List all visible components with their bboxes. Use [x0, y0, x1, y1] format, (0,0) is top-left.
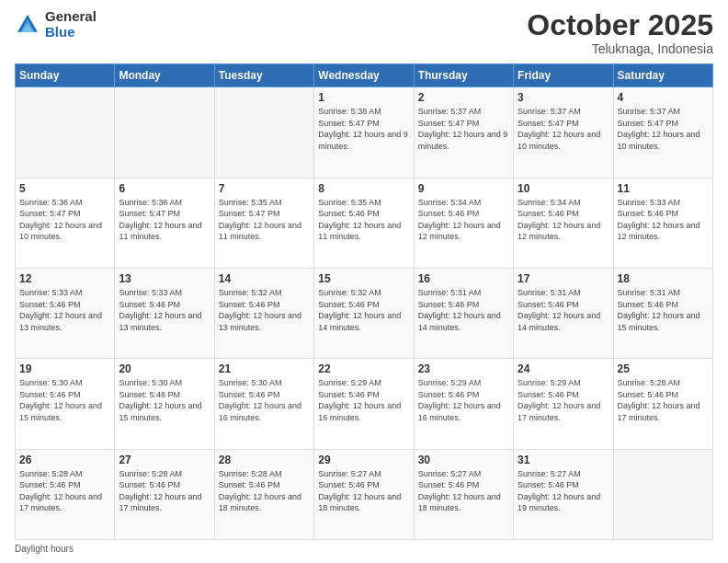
calendar-cell: 29Sunrise: 5:27 AM Sunset: 5:46 PM Dayli…: [314, 449, 414, 539]
day-number: 16: [418, 272, 509, 285]
day-number: 5: [19, 182, 110, 195]
calendar-cell: 31Sunrise: 5:27 AM Sunset: 5:46 PM Dayli…: [514, 449, 613, 539]
day-info: Sunrise: 5:35 AM Sunset: 5:47 PM Dayligh…: [219, 197, 310, 243]
calendar-cell: 9Sunrise: 5:34 AM Sunset: 5:46 PM Daylig…: [414, 178, 513, 268]
day-info: Sunrise: 5:27 AM Sunset: 5:46 PM Dayligh…: [518, 468, 609, 514]
day-info: Sunrise: 5:28 AM Sunset: 5:46 PM Dayligh…: [119, 468, 210, 514]
calendar-cell: 10Sunrise: 5:34 AM Sunset: 5:46 PM Dayli…: [514, 178, 613, 268]
weekday-header-thursday: Thursday: [414, 64, 513, 87]
day-number: 19: [19, 362, 110, 375]
day-info: Sunrise: 5:30 AM Sunset: 5:46 PM Dayligh…: [119, 377, 210, 423]
calendar-cell: 5Sunrise: 5:36 AM Sunset: 5:47 PM Daylig…: [16, 178, 115, 268]
day-number: 31: [518, 454, 609, 466]
day-number: 13: [119, 272, 210, 285]
day-info: Sunrise: 5:36 AM Sunset: 5:47 PM Dayligh…: [119, 197, 210, 243]
weekday-header-saturday: Saturday: [613, 64, 712, 87]
logo-text: General Blue: [45, 9, 97, 40]
calendar-cell: 12Sunrise: 5:33 AM Sunset: 5:46 PM Dayli…: [16, 268, 115, 358]
calendar-week-row: 26Sunrise: 5:28 AM Sunset: 5:46 PM Dayli…: [16, 449, 713, 539]
weekday-header-sunday: Sunday: [16, 64, 115, 87]
daylight-label: Daylight hours: [15, 544, 74, 554]
calendar-cell: 22Sunrise: 5:29 AM Sunset: 5:46 PM Dayli…: [314, 359, 414, 449]
weekday-header-row: SundayMondayTuesdayWednesdayThursdayFrid…: [16, 64, 713, 87]
day-info: Sunrise: 5:28 AM Sunset: 5:46 PM Dayligh…: [19, 468, 110, 514]
month-title: October 2025: [527, 9, 713, 41]
weekday-header-wednesday: Wednesday: [314, 64, 414, 87]
day-info: Sunrise: 5:34 AM Sunset: 5:46 PM Dayligh…: [418, 197, 509, 243]
day-info: Sunrise: 5:34 AM Sunset: 5:46 PM Dayligh…: [518, 197, 609, 243]
calendar-cell: 7Sunrise: 5:35 AM Sunset: 5:47 PM Daylig…: [214, 178, 313, 268]
logo-blue-text: Blue: [45, 25, 97, 40]
day-number: 20: [119, 362, 210, 375]
calendar-cell: 3Sunrise: 5:37 AM Sunset: 5:47 PM Daylig…: [514, 87, 613, 178]
calendar-week-row: 5Sunrise: 5:36 AM Sunset: 5:47 PM Daylig…: [16, 178, 713, 268]
day-info: Sunrise: 5:35 AM Sunset: 5:46 PM Dayligh…: [318, 197, 409, 243]
weekday-header-monday: Monday: [115, 64, 214, 87]
calendar-cell: 11Sunrise: 5:33 AM Sunset: 5:46 PM Dayli…: [613, 178, 712, 268]
day-number: 11: [618, 182, 709, 195]
day-info: Sunrise: 5:37 AM Sunset: 5:47 PM Dayligh…: [618, 106, 709, 152]
day-number: 12: [19, 272, 110, 285]
day-number: 23: [418, 362, 509, 375]
day-info: Sunrise: 5:32 AM Sunset: 5:46 PM Dayligh…: [318, 287, 409, 333]
day-info: Sunrise: 5:28 AM Sunset: 5:46 PM Dayligh…: [618, 377, 709, 423]
day-info: Sunrise: 5:37 AM Sunset: 5:47 PM Dayligh…: [518, 106, 609, 152]
day-info: Sunrise: 5:29 AM Sunset: 5:46 PM Dayligh…: [518, 377, 609, 423]
calendar-cell: 6Sunrise: 5:36 AM Sunset: 5:47 PM Daylig…: [115, 178, 214, 268]
day-number: 6: [119, 182, 210, 195]
calendar-cell: [613, 449, 712, 539]
day-info: Sunrise: 5:31 AM Sunset: 5:46 PM Dayligh…: [518, 287, 609, 333]
calendar-cell: 23Sunrise: 5:29 AM Sunset: 5:46 PM Dayli…: [414, 359, 513, 449]
calendar-week-row: 12Sunrise: 5:33 AM Sunset: 5:46 PM Dayli…: [16, 268, 713, 358]
day-number: 17: [518, 272, 609, 285]
day-info: Sunrise: 5:29 AM Sunset: 5:46 PM Dayligh…: [418, 377, 509, 423]
day-number: 26: [19, 454, 110, 466]
day-info: Sunrise: 5:33 AM Sunset: 5:46 PM Dayligh…: [618, 197, 709, 243]
day-info: Sunrise: 5:29 AM Sunset: 5:46 PM Dayligh…: [318, 377, 409, 423]
calendar-cell: 1Sunrise: 5:38 AM Sunset: 5:47 PM Daylig…: [314, 87, 414, 178]
calendar-cell: 2Sunrise: 5:37 AM Sunset: 5:47 PM Daylig…: [414, 87, 513, 178]
day-number: 29: [318, 454, 409, 466]
weekday-header-tuesday: Tuesday: [214, 64, 313, 87]
day-number: 25: [618, 362, 709, 375]
calendar-cell: 24Sunrise: 5:29 AM Sunset: 5:46 PM Dayli…: [514, 359, 613, 449]
calendar-cell: 15Sunrise: 5:32 AM Sunset: 5:46 PM Dayli…: [314, 268, 414, 358]
day-info: Sunrise: 5:27 AM Sunset: 5:46 PM Dayligh…: [418, 468, 509, 514]
day-number: 30: [418, 454, 509, 466]
day-number: 1: [318, 91, 409, 104]
title-area: October 2025 Teluknaga, Indonesia: [527, 9, 713, 56]
day-info: Sunrise: 5:30 AM Sunset: 5:46 PM Dayligh…: [19, 377, 110, 423]
calendar-cell: 19Sunrise: 5:30 AM Sunset: 5:46 PM Dayli…: [16, 359, 115, 449]
day-number: 8: [318, 182, 409, 195]
day-number: 22: [318, 362, 409, 375]
calendar-cell: [214, 87, 313, 178]
calendar-cell: 26Sunrise: 5:28 AM Sunset: 5:46 PM Dayli…: [16, 449, 115, 539]
calendar-cell: 14Sunrise: 5:32 AM Sunset: 5:46 PM Dayli…: [214, 268, 313, 358]
calendar-cell: 27Sunrise: 5:28 AM Sunset: 5:46 PM Dayli…: [115, 449, 214, 539]
calendar-cell: 25Sunrise: 5:28 AM Sunset: 5:46 PM Dayli…: [613, 359, 712, 449]
day-info: Sunrise: 5:33 AM Sunset: 5:46 PM Dayligh…: [19, 287, 110, 333]
day-number: 18: [618, 272, 709, 285]
calendar-cell: 16Sunrise: 5:31 AM Sunset: 5:46 PM Dayli…: [414, 268, 513, 358]
day-info: Sunrise: 5:31 AM Sunset: 5:46 PM Dayligh…: [618, 287, 709, 333]
calendar-cell: [115, 87, 214, 178]
page: General Blue October 2025 Teluknaga, Ind…: [0, 0, 728, 563]
logo: General Blue: [15, 9, 97, 40]
weekday-header-friday: Friday: [514, 64, 613, 87]
day-info: Sunrise: 5:31 AM Sunset: 5:46 PM Dayligh…: [418, 287, 509, 333]
day-number: 10: [518, 182, 609, 195]
day-info: Sunrise: 5:30 AM Sunset: 5:46 PM Dayligh…: [219, 377, 310, 423]
calendar-cell: 17Sunrise: 5:31 AM Sunset: 5:46 PM Dayli…: [514, 268, 613, 358]
day-number: 15: [318, 272, 409, 285]
day-number: 4: [618, 91, 709, 104]
logo-general-text: General: [45, 9, 97, 25]
day-number: 7: [219, 182, 310, 195]
calendar-cell: 30Sunrise: 5:27 AM Sunset: 5:46 PM Dayli…: [414, 449, 513, 539]
day-info: Sunrise: 5:33 AM Sunset: 5:46 PM Dayligh…: [119, 287, 210, 333]
calendar-week-row: 19Sunrise: 5:30 AM Sunset: 5:46 PM Dayli…: [16, 359, 713, 449]
day-info: Sunrise: 5:37 AM Sunset: 5:47 PM Dayligh…: [418, 106, 509, 152]
calendar-cell: 8Sunrise: 5:35 AM Sunset: 5:46 PM Daylig…: [314, 178, 414, 268]
day-number: 2: [418, 91, 509, 104]
calendar-cell: 18Sunrise: 5:31 AM Sunset: 5:46 PM Dayli…: [613, 268, 712, 358]
calendar-cell: 28Sunrise: 5:28 AM Sunset: 5:46 PM Dayli…: [214, 449, 313, 539]
